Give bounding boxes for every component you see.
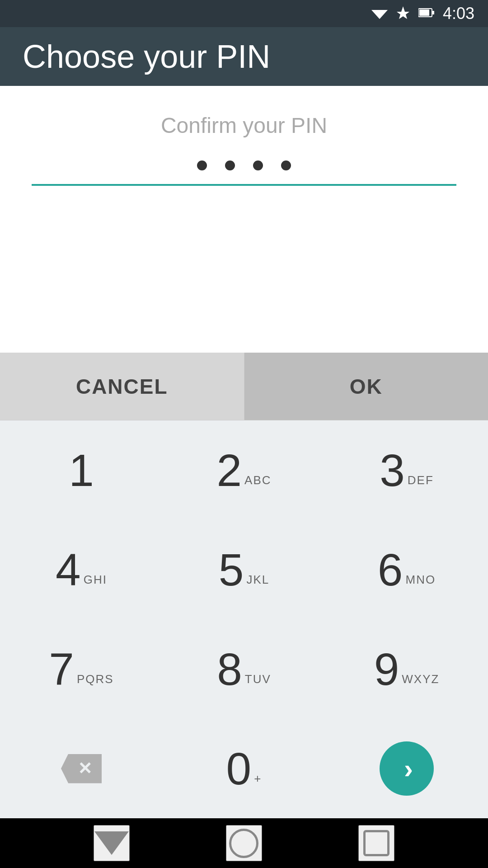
key-5[interactable]: 5 JKL	[163, 520, 325, 619]
key-2[interactable]: 2 ABC	[163, 420, 325, 520]
key-1[interactable]: 1	[0, 420, 163, 520]
pin-underline	[32, 184, 456, 186]
wifi-icon	[371, 6, 388, 21]
nav-home-button[interactable]	[226, 825, 262, 861]
pin-dot-4	[281, 160, 291, 170]
keypad-section: CANCEL OK 1 2 ABC 3 DEF 4 GHI	[0, 353, 488, 818]
key-3[interactable]: 3 DEF	[325, 420, 488, 520]
status-icons: 4:03	[371, 4, 474, 23]
nav-recents-button[interactable]	[358, 825, 394, 861]
numpad: 1 2 ABC 3 DEF 4 GHI 5 JKL	[0, 420, 488, 818]
nav-bar	[0, 818, 488, 868]
home-circle-icon	[229, 829, 258, 858]
cancel-button[interactable]: CANCEL	[0, 353, 244, 420]
battery-icon	[418, 8, 435, 19]
key-9[interactable]: 9 WXYZ	[325, 619, 488, 719]
confirm-label: Confirm your PIN	[161, 113, 327, 138]
next-circle: ›	[380, 741, 434, 796]
ok-button[interactable]: OK	[244, 353, 488, 420]
svg-rect-2	[419, 9, 429, 16]
back-triangle-icon	[94, 831, 129, 855]
status-bar: 4:03	[0, 0, 488, 27]
pin-dot-3	[253, 160, 263, 170]
app-bar: Choose your PIN	[0, 27, 488, 86]
key-7[interactable]: 7 PQRS	[0, 619, 163, 719]
action-buttons: CANCEL OK	[0, 353, 488, 420]
airplane-icon	[396, 5, 410, 22]
app-title: Choose your PIN	[23, 38, 270, 75]
chevron-right-icon: ›	[404, 753, 413, 784]
key-8[interactable]: 8 TUV	[163, 619, 325, 719]
next-button[interactable]: ›	[325, 719, 488, 818]
pin-dot-2	[225, 160, 235, 170]
svg-marker-0	[371, 10, 388, 19]
key-0[interactable]: 0 +	[163, 719, 325, 818]
status-time: 4:03	[443, 4, 474, 23]
svg-rect-3	[432, 11, 434, 14]
key-4[interactable]: 4 GHI	[0, 520, 163, 619]
backspace-button[interactable]: ✕	[0, 719, 163, 818]
recents-square-icon	[363, 830, 389, 856]
nav-back-button[interactable]	[94, 825, 130, 861]
pin-dot-1	[197, 160, 207, 170]
key-6[interactable]: 6 MNO	[325, 520, 488, 619]
backspace-icon: ✕	[61, 754, 102, 783]
pin-dots	[197, 160, 291, 170]
content-area: Confirm your PIN	[0, 86, 488, 353]
